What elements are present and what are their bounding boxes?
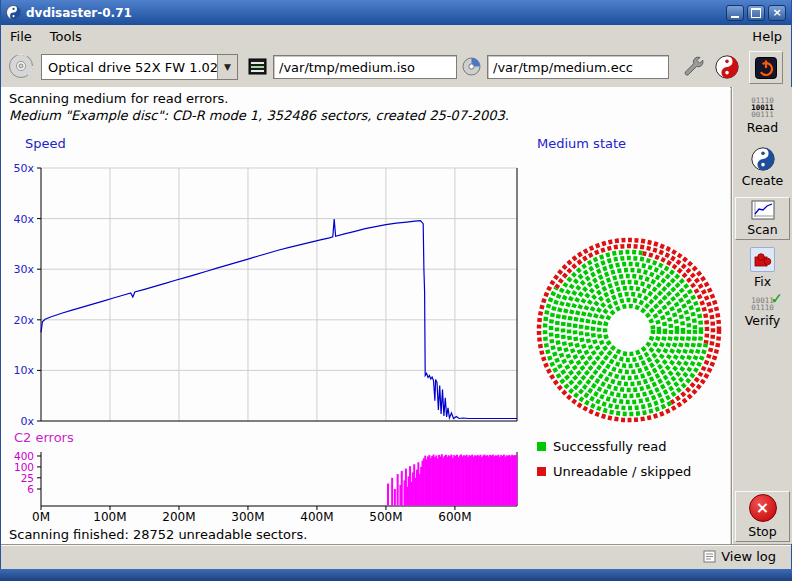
svg-text:300M: 300M [231, 510, 264, 524]
fix-puzzle-icon [750, 247, 775, 272]
toolbar: Optical drive 52X FW 1.02 ▼ [1, 47, 791, 88]
chevron-down-icon: ▼ [217, 55, 237, 79]
minimize-icon [731, 16, 739, 18]
about-button[interactable] [712, 52, 742, 82]
verify-button-label: Verify [745, 313, 780, 328]
preferences-button[interactable] [679, 52, 709, 82]
check-icon: ✓ [772, 295, 782, 302]
read-binary-icon: 01110 10011 00111 [751, 97, 774, 118]
menu-item-file[interactable]: File [1, 27, 41, 46]
main-panel: Scanning medium for read errors. Medium … [1, 87, 730, 544]
cd-drive-icon [8, 53, 34, 79]
read-button[interactable]: 01110 10011 00111 Read [735, 95, 790, 137]
dvdisaster-window: dvdisaster-0.71 × File Tools Help Optica… [0, 0, 792, 569]
view-log-button[interactable]: View log [698, 547, 781, 566]
ecc-path-input[interactable] [487, 55, 669, 79]
fix-button[interactable]: Fix [735, 245, 790, 291]
view-log-icon [703, 550, 716, 563]
svg-text:10x: 10x [13, 364, 34, 377]
taskbar [0, 569, 792, 581]
legend-label: Unreadable / skipped [553, 464, 691, 479]
svg-text:25: 25 [21, 472, 34, 484]
title-bar: dvdisaster-0.71 × [1, 0, 791, 25]
fix-button-label: Fix [754, 274, 771, 289]
drive-selector[interactable]: Optical drive 52X FW 1.02 ▼ [41, 54, 238, 80]
close-icon: × [772, 7, 781, 18]
legend-label: Successfully read [553, 439, 666, 454]
minimize-button[interactable] [726, 5, 744, 21]
view-log-label: View log [721, 549, 776, 564]
svg-text:500M: 500M [369, 510, 402, 524]
scan-button-label: Scan [747, 222, 777, 237]
maximize-button[interactable] [747, 5, 765, 21]
legend-item-read: Successfully read [537, 439, 666, 454]
scan-chart-icon [751, 200, 775, 220]
verify-binary-icon: 10011 01110 ✓ [751, 297, 774, 311]
close-button[interactable]: × [768, 5, 786, 21]
svg-text:0M: 0M [32, 510, 50, 524]
menu-bar: File Tools Help [1, 25, 791, 47]
svg-text:400M: 400M [300, 510, 333, 524]
dvdisaster-logo-icon [715, 55, 739, 79]
create-yin-yang-icon [751, 147, 775, 171]
legend-item-unreadable: Unreadable / skipped [537, 464, 691, 479]
svg-text:600M: 600M [438, 510, 471, 524]
medium-state-disc [529, 230, 729, 430]
status-line-1: Scanning medium for read errors. [9, 91, 228, 106]
footer-status: Scanning finished: 28752 unreadable sect… [9, 527, 307, 542]
speed-c2-chart: 0x10x20x30x40x50x0M100M200M300M400M500M6… [1, 135, 531, 527]
create-button-label: Create [742, 173, 784, 188]
menu-item-help[interactable]: Help [743, 27, 791, 46]
iso-path-input[interactable] [273, 55, 457, 79]
wrench-icon [682, 55, 706, 79]
screen: dvdisaster-0.71 × File Tools Help Optica… [0, 0, 792, 581]
app-yin-yang-icon [6, 5, 21, 20]
status-line-2: Medium "Example disc": CD-R mode 1, 3524… [9, 108, 509, 123]
menu-item-tools[interactable]: Tools [41, 27, 91, 46]
legend-swatch [537, 467, 546, 476]
read-button-label: Read [747, 120, 778, 135]
medium-state-title: Medium state [537, 136, 626, 151]
power-icon [755, 57, 777, 79]
svg-text:0x: 0x [20, 415, 34, 428]
drive-selector-value: Optical drive 52X FW 1.02 [42, 60, 217, 75]
ecc-file-icon [462, 57, 481, 76]
action-sidebar: 01110 10011 00111 Read Create [731, 87, 792, 544]
svg-text:6: 6 [27, 483, 34, 495]
create-button[interactable]: Create [735, 145, 790, 190]
verify-button[interactable]: 10011 01110 ✓ Verify [735, 295, 790, 330]
bottom-bar: View log [1, 544, 791, 569]
maximize-icon [751, 8, 761, 18]
stop-button[interactable]: × Stop [735, 491, 790, 542]
quit-button[interactable] [749, 51, 783, 84]
svg-text:50x: 50x [13, 162, 34, 175]
stop-icon: × [749, 494, 777, 522]
stop-button-label: Stop [748, 524, 776, 539]
svg-text:40x: 40x [13, 213, 34, 226]
scan-button[interactable]: Scan [735, 197, 790, 240]
svg-text:20x: 20x [13, 314, 34, 327]
svg-text:30x: 30x [13, 263, 34, 276]
iso-file-icon [248, 58, 267, 75]
svg-text:200M: 200M [162, 510, 195, 524]
legend-swatch [537, 442, 546, 451]
svg-text:100M: 100M [93, 510, 126, 524]
window-title: dvdisaster-0.71 [26, 6, 723, 20]
